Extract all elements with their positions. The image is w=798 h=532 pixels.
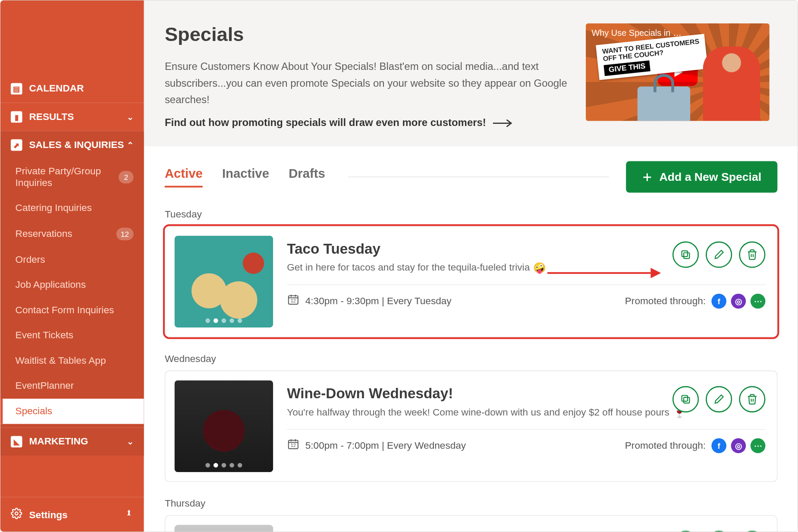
svg-rect-22 — [682, 396, 687, 401]
add-button-label: Add a New Special — [659, 170, 761, 184]
sidebar-footer: Settings — [0, 497, 144, 532]
chevron-down-icon: ⌄ — [127, 112, 134, 121]
more-channels-icon[interactable]: ⋯ — [750, 293, 765, 308]
page-subtitle: Ensure Customers Know About Your Special… — [164, 58, 585, 108]
sidebar-sub-specials[interactable]: Specials — [0, 399, 144, 424]
instagram-icon[interactable]: ◎ — [731, 293, 746, 308]
sidebar-item-label: CALENDAR — [29, 83, 84, 95]
promoted-label: Promoted through: — [625, 295, 705, 307]
svg-marker-11 — [650, 268, 661, 278]
calendar-date-icon: 12 — [287, 293, 299, 309]
cta-text: Find out how promoting specials will dra… — [164, 117, 486, 129]
day-label: Thursday — [164, 498, 777, 510]
special-card: Wine-Down Wednesday!You're halfway throu… — [164, 371, 777, 482]
chevron-up-icon: ⌃ — [127, 141, 134, 150]
instagram-icon[interactable]: ◎ — [731, 438, 746, 453]
sidebar-sub-label: Contact Form Inquiries — [16, 305, 114, 316]
sidebar-sub-eventplanner[interactable]: EventPlanner — [0, 374, 144, 399]
sidebar-sub-reservations[interactable]: Reservations 12 — [0, 221, 144, 247]
divider — [348, 177, 609, 177]
tab-inactive[interactable]: Inactive — [222, 167, 269, 188]
tab-active[interactable]: Active — [164, 167, 202, 188]
sidebar-sub-label: Orders — [16, 254, 45, 266]
sidebar-sub-label: Event Tickets — [16, 330, 73, 341]
schedule-text: 4:30pm - 9:30pm | Every Tuesday — [305, 295, 451, 307]
main-content: Specials Ensure Customers Know About You… — [144, 0, 798, 532]
gear-icon[interactable] — [11, 508, 22, 522]
sidebar-sub-label: Reservations — [16, 228, 72, 240]
sidebar-item-label: RESULTS — [29, 111, 74, 123]
tabs-row: Active Inactive Drafts Add a New Special — [164, 161, 777, 193]
sidebar-sub-label: Waitlist & Tables App — [16, 355, 106, 367]
special-card: Taco TuesdayGet in here for tacos and st… — [164, 226, 777, 337]
sidebar-sub-label: Catering Inquiries — [16, 202, 92, 214]
sidebar-sub-contact[interactable]: Contact Form Inquiries — [0, 298, 144, 323]
special-thumbnail[interactable] — [174, 236, 273, 328]
special-thumbnail[interactable] — [174, 381, 273, 472]
sidebar-sub-tickets[interactable]: Event Tickets — [0, 323, 144, 348]
schedule-text: 5:00pm - 7:00pm | Every Wednesday — [305, 440, 465, 452]
sidebar-sub-label: Specials — [16, 406, 52, 417]
hero: Specials Ensure Customers Know About You… — [144, 0, 798, 146]
svg-point-0 — [15, 512, 18, 515]
sidebar-item-results[interactable]: ▮ RESULTS ⌄ — [0, 103, 144, 131]
hero-cta-link[interactable]: Find out how promoting specials will dra… — [164, 117, 585, 129]
sidebar: ▤ CALENDAR ▮ RESULTS ⌄ ⬈ SALES & INQUIRI… — [0, 0, 144, 532]
sidebar-sub-jobs[interactable]: Job Applications — [0, 272, 144, 298]
special-thumbnail[interactable] — [174, 525, 273, 532]
delete-button[interactable] — [739, 386, 765, 412]
arrow-right-icon — [493, 119, 513, 127]
svg-rect-21 — [684, 397, 689, 403]
day-label: Tuesday — [164, 209, 777, 220]
special-card: Trivia ThursdayCome join us for trivia t… — [164, 516, 777, 532]
card-actions — [672, 386, 765, 412]
sidebar-item-label: SALES & INQUIRIES — [29, 139, 124, 151]
copy-button[interactable] — [672, 386, 698, 412]
schedule: 124:30pm - 9:30pm | Every Tuesday — [287, 293, 451, 309]
annotation-arrow — [547, 264, 662, 282]
svg-text:12: 12 — [290, 443, 295, 448]
count-badge: 2 — [119, 171, 134, 183]
edit-button[interactable] — [706, 386, 732, 412]
trend-icon: ⬈ — [11, 139, 22, 151]
sidebar-sub-private-party[interactable]: Private Party/Group Inquiries 2 — [0, 159, 144, 195]
count-badge: 12 — [116, 228, 134, 240]
card-actions — [672, 242, 765, 268]
chevron-down-icon: ⌄ — [127, 437, 134, 446]
sidebar-sub-waitlist[interactable]: Waitlist & Tables App — [0, 348, 144, 374]
svg-rect-13 — [682, 251, 687, 257]
emoji-icon: 🤪 — [533, 262, 546, 274]
settings-label[interactable]: Settings — [29, 509, 68, 521]
megaphone-icon: ◣ — [11, 436, 22, 447]
sidebar-item-marketing[interactable]: ◣ MARKETING ⌄ — [0, 428, 144, 456]
svg-rect-12 — [684, 253, 689, 258]
delete-button[interactable] — [739, 242, 765, 268]
schedule: 125:00pm - 7:00pm | Every Wednesday — [287, 438, 466, 453]
plus-icon — [642, 172, 652, 183]
sidebar-item-calendar[interactable]: ▤ CALENDAR — [0, 75, 144, 103]
edit-button[interactable] — [706, 242, 732, 268]
add-new-special-button[interactable]: Add a New Special — [626, 161, 777, 193]
sidebar-sub-label: Private Party/Group Inquiries — [16, 166, 119, 189]
bar-chart-icon: ▮ — [11, 111, 22, 123]
more-channels-icon[interactable]: ⋯ — [750, 438, 765, 453]
sales-submenu: Private Party/Group Inquiries 2 Catering… — [0, 159, 144, 427]
copy-button[interactable] — [672, 242, 698, 268]
facebook-icon[interactable]: f — [711, 293, 726, 308]
svg-text:12: 12 — [290, 299, 295, 304]
sidebar-sub-catering[interactable]: Catering Inquiries — [0, 195, 144, 221]
tab-drafts[interactable]: Drafts — [289, 167, 325, 188]
facebook-icon[interactable]: f — [711, 438, 726, 453]
sidebar-sub-label: EventPlanner — [16, 380, 74, 392]
sidebar-item-label: MARKETING — [29, 436, 88, 447]
sidebar-item-sales[interactable]: ⬈ SALES & INQUIRIES ⌃ — [0, 131, 144, 159]
sidebar-sub-orders[interactable]: Orders — [0, 247, 144, 273]
day-label: Wednesday — [164, 353, 777, 365]
sidebar-sub-label: Job Applications — [16, 279, 86, 291]
promoted-label: Promoted through: — [625, 440, 705, 452]
pin-icon[interactable] — [124, 508, 133, 522]
page-title: Specials — [164, 23, 585, 46]
calendar-icon: ▤ — [11, 83, 22, 95]
calendar-date-icon: 12 — [287, 438, 299, 453]
promo-video-thumbnail[interactable]: Why Use Specials in … WANT TO REEL CUSTO… — [586, 23, 770, 121]
